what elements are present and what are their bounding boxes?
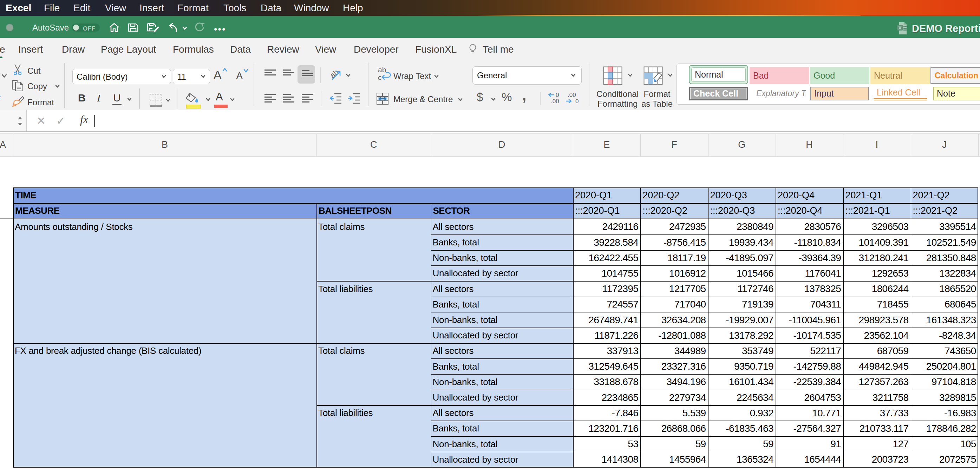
- svg-text:0: 0: [556, 92, 559, 98]
- svg-text:.00: .00: [551, 98, 559, 105]
- svg-text:.00: .00: [568, 92, 576, 98]
- svg-text:0: 0: [575, 98, 579, 105]
- svg-text:c: c: [378, 73, 382, 81]
- svg-text:X: X: [899, 25, 902, 30]
- svg-text:ab: ab: [378, 67, 386, 74]
